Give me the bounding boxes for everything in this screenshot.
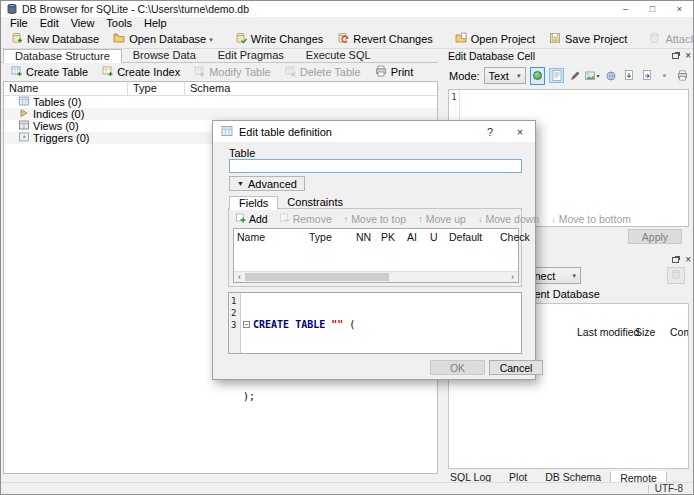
view-icon [19,120,29,132]
move-up-label: Move up [426,213,466,225]
tab-execute-sql[interactable]: Execute SQL [295,49,382,62]
fields-table[interactable]: Name Type NN PK AI U Default Check ‹ › [233,228,519,283]
move-down-icon: ↓ [478,214,483,224]
remove-field-button[interactable]: Remove [275,213,337,225]
minimize-icon[interactable]: – [612,1,639,17]
print-button[interactable]: Print [368,65,421,80]
modify-table-label: Modify Table [209,66,271,78]
field-column-nn[interactable]: NN [356,231,371,243]
encoding-indicator[interactable]: UTF-8 [655,483,683,494]
modify-table-button[interactable]: Modify Table [187,65,278,80]
scroll-left-icon[interactable]: ‹ [234,272,245,282]
field-column-u[interactable]: U [430,231,438,243]
column-header-schema[interactable]: Schema [185,82,437,95]
import-icon[interactable] [621,68,636,83]
menu-edit[interactable]: Edit [34,17,65,30]
dialog-close-icon[interactable]: × [505,121,535,142]
revert-changes-button[interactable]: Revert Changes [330,31,440,47]
field-column-name[interactable]: Name [237,231,265,243]
menu-tools[interactable]: Tools [100,17,138,30]
globe-icon[interactable] [603,68,618,83]
edit-cell-header: Edit Database Cell × [444,49,694,62]
move-up-button[interactable]: ↑ Move up [413,213,471,225]
tab-fields[interactable]: Fields [229,196,278,210]
field-column-default[interactable]: Default [449,231,482,243]
main-toolbar: New Database Open Database ▾ Write Chang… [1,30,693,49]
edit-icon[interactable] [567,68,582,83]
open-database-dropdown-icon[interactable]: ▾ [209,33,213,47]
delete-table-label: Delete Table [300,66,361,78]
save-project-button[interactable]: Save Project [542,31,634,47]
table-icon [19,96,29,108]
scrollbar-track[interactable] [245,272,507,282]
tab-edit-pragmas[interactable]: Edit Pragmas [207,49,295,62]
null-dot-icon [663,74,666,77]
column-header-type[interactable]: Type [128,82,185,95]
column-header-size[interactable]: Size [635,326,655,338]
attach-database-button[interactable]: Attach Database [642,31,694,47]
remove-label: Remove [293,213,332,225]
field-column-type[interactable]: Type [309,231,332,243]
scrollbar-thumb[interactable] [245,273,389,281]
fields-frame: Add Remove ↑ Move to top ↑ Move up ↓ Mov… [228,208,522,287]
image-icon[interactable]: ▾ [585,68,600,83]
revert-changes-label: Revert Changes [353,33,433,45]
field-column-check[interactable]: Check [500,231,530,243]
mode-select[interactable]: Text ▾ [484,67,526,84]
field-column-ai[interactable]: AI [407,231,417,243]
move-to-top-button[interactable]: ↑ Move to top [339,213,411,225]
scroll-right-icon[interactable]: › [507,272,518,282]
advanced-label: Advanced [248,178,297,190]
tab-browse-data[interactable]: Browse Data [122,49,207,62]
close-panel-icon[interactable]: × [685,51,691,61]
add-field-button[interactable]: Add [231,213,273,225]
column-header-commit[interactable]: Commit [670,326,689,338]
column-header-last-modified[interactable]: Last modified [577,326,639,338]
add-icon [236,213,246,225]
remote-action-button[interactable] [667,267,685,284]
table-name-input[interactable] [229,159,522,173]
main-tab-bar: Database Structure Browse Data Edit Prag… [1,49,438,63]
apply-button[interactable]: Apply [628,229,682,244]
write-changes-button[interactable]: Write Changes [228,31,331,47]
help-icon[interactable]: ? [475,121,505,142]
move-down-button[interactable]: ↓ Move down [473,213,544,225]
cancel-button[interactable]: Cancel [489,360,543,375]
export-icon[interactable] [639,68,654,83]
create-index-button[interactable]: Create Index [95,65,187,80]
move-to-top-icon: ↑ [344,214,349,224]
open-project-button[interactable]: Open Project [448,31,542,47]
tree-item-tables[interactable]: Tables (0) [4,96,437,108]
menu-file[interactable]: File [4,17,34,30]
advanced-toggle-button[interactable]: ▼ Advanced [229,176,305,191]
schema-tree-header: Name Type Schema [4,82,437,96]
open-database-button[interactable]: Open Database ▾ [106,31,220,47]
revert-changes-icon [337,32,349,46]
horizontal-scrollbar[interactable]: ‹ › [234,271,518,282]
line-number: 3 [231,319,240,331]
dialog-tab-bar: Fields Constraints [229,195,521,209]
ok-button[interactable]: OK [430,360,485,375]
text-mode-icon[interactable] [549,68,564,83]
tab-database-structure[interactable]: Database Structure [3,49,122,63]
float-panel-icon[interactable] [672,53,679,59]
fold-icon[interactable]: - [243,321,250,328]
menu-help[interactable]: Help [138,17,173,30]
menubar: File Edit View Tools Help [1,17,693,30]
new-database-button[interactable]: New Database [4,31,106,47]
maximize-icon[interactable]: □ [639,1,666,17]
close-panel-icon[interactable]: × [685,255,691,265]
move-to-bottom-button[interactable]: ↓ Move to bottom [546,213,636,225]
tree-item-indices[interactable]: Indices (0) [4,108,437,120]
auto-mode-toggle[interactable] [530,67,545,85]
sql-preview[interactable]: 1 2 3 -CREATE TABLE "" ( ); [228,292,522,354]
delete-table-button[interactable]: Delete Table [278,65,368,80]
print-cell-icon[interactable] [675,68,690,83]
create-table-button[interactable]: Create Table [4,65,95,80]
close-icon[interactable]: × [666,1,693,17]
set-null-icon[interactable] [657,68,672,83]
menu-view[interactable]: View [65,17,101,30]
column-header-name[interactable]: Name [4,82,128,95]
field-column-pk[interactable]: PK [381,231,395,243]
float-panel-icon[interactable] [672,257,679,263]
